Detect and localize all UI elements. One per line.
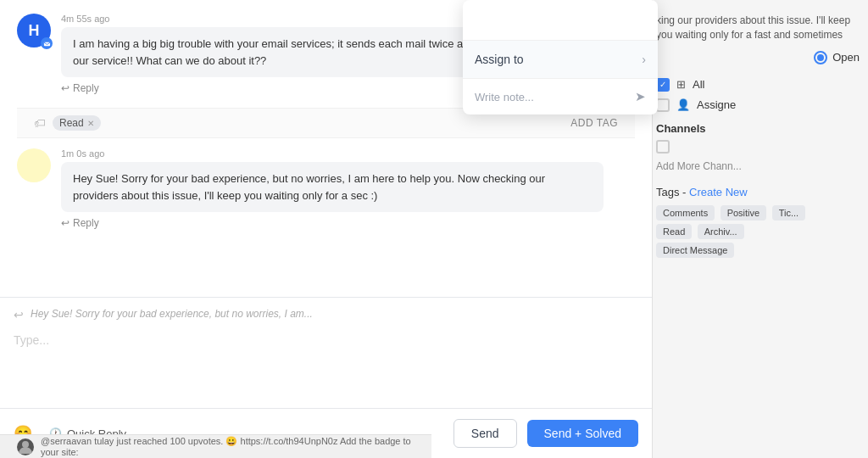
message-bubble-2: Hey Sue! Sorry for your bad experience, … [61, 162, 604, 212]
message-item-2: 1m 0s ago Hey Sue! Sorry for your bad ex… [17, 148, 635, 229]
add-tag-button[interactable]: ADD TAG [570, 117, 618, 129]
back-arrow-icon[interactable]: ↩ [14, 308, 24, 321]
all-label: All [693, 78, 704, 91]
open-radio[interactable] [814, 51, 827, 64]
avatar-badge [41, 37, 53, 49]
notification-bar: @serraavan tulay just reached 100 upvote… [0, 434, 431, 458]
assignee-label: Assigne [697, 98, 736, 111]
table-icon: ⊞ [676, 78, 686, 91]
tag-icon: 🏷 [34, 116, 46, 130]
send-button[interactable]: Send [453, 419, 517, 448]
read-tag-label: Read [59, 117, 84, 129]
assign-dropdown-top [463, 0, 658, 41]
all-row: ✓ ⊞ All [656, 75, 860, 95]
open-label: Open [832, 51, 860, 64]
write-note-row: ➤ [463, 79, 658, 114]
message-time-2: 1m 0s ago [61, 148, 635, 159]
channels-title: Channels [656, 122, 860, 135]
agent-avatar [17, 148, 51, 182]
tag-chip-read[interactable]: Read [656, 224, 692, 239]
read-tag-close[interactable]: ✕ [87, 119, 94, 128]
assignee-row: 👤 Assigne [656, 95, 860, 115]
channel-checkbox-row [656, 140, 860, 154]
tag-chip-positive[interactable]: Positive [721, 205, 767, 221]
sidebar-preview-section: king our providers about this issue. I'l… [656, 8, 860, 68]
user-avatar: H [17, 14, 51, 47]
send-solved-button[interactable]: Send + Solved [527, 420, 638, 447]
message-content-2: 1m 0s ago Hey Sue! Sorry for your bad ex… [61, 148, 635, 229]
sidebar-text-preview: king our providers about this issue. I'l… [656, 8, 860, 47]
person-icon: 👤 [676, 98, 690, 112]
sidebar-content: king our providers about this issue. I'l… [648, 0, 868, 458]
notification-text: @serraavan tulay just reached 100 upvote… [41, 436, 415, 457]
read-tag-pill[interactable]: Read ✕ [53, 115, 101, 131]
tags-label: Tags - [656, 186, 686, 198]
reply-icon-2: ↩ [61, 217, 70, 229]
reply-icon-1: ↩ [61, 82, 70, 94]
tag-chip-archiv[interactable]: Archiv... [698, 224, 744, 239]
assign-to-label: Assign to [475, 53, 524, 66]
tags-title: Tags - Create New [656, 186, 860, 198]
tag-chip-tic[interactable]: Tic... [772, 205, 805, 221]
compose-area: ↩ Hey Sue! Sorry for your bad experience… [0, 297, 652, 408]
notif-avatar [17, 438, 34, 455]
compose-input[interactable] [14, 330, 638, 398]
reply-link-2[interactable]: ↩ Reply [61, 217, 635, 229]
compose-quoted: ↩ Hey Sue! Sorry for your bad experience… [14, 304, 638, 325]
svg-point-1 [22, 441, 29, 448]
reply-label-2: Reply [73, 217, 99, 229]
create-new-link[interactable]: Create New [689, 186, 748, 198]
assignee-checkbox[interactable] [656, 98, 670, 112]
assign-dropdown: Assign to › ➤ [463, 0, 658, 114]
tags-section: Tags - Create New Comments Positive Tic.… [656, 182, 860, 263]
channels-section: Channels Add More Chann... [656, 115, 860, 182]
channel-checkbox[interactable] [656, 140, 670, 154]
quoted-text: Hey Sue! Sorry for your bad experience, … [31, 308, 638, 320]
assign-to-row[interactable]: Assign to › [463, 41, 658, 79]
open-badge-row: Open [656, 47, 860, 68]
tag-chip-direct-message[interactable]: Direct Message [656, 243, 734, 258]
tag-chip-comments[interactable]: Comments [656, 205, 715, 221]
write-note-input[interactable] [475, 91, 635, 103]
tags-chips: Comments Positive Tic... Read Archiv... … [656, 204, 860, 260]
chevron-right-icon: › [642, 53, 646, 66]
open-radio-inner [817, 54, 824, 61]
reply-label-1: Reply [73, 82, 99, 94]
send-note-icon[interactable]: ➤ [635, 89, 646, 104]
avatar-letter: H [29, 22, 40, 40]
add-more-channels[interactable]: Add More Chann... [656, 157, 860, 176]
all-checkbox[interactable]: ✓ [656, 78, 670, 92]
